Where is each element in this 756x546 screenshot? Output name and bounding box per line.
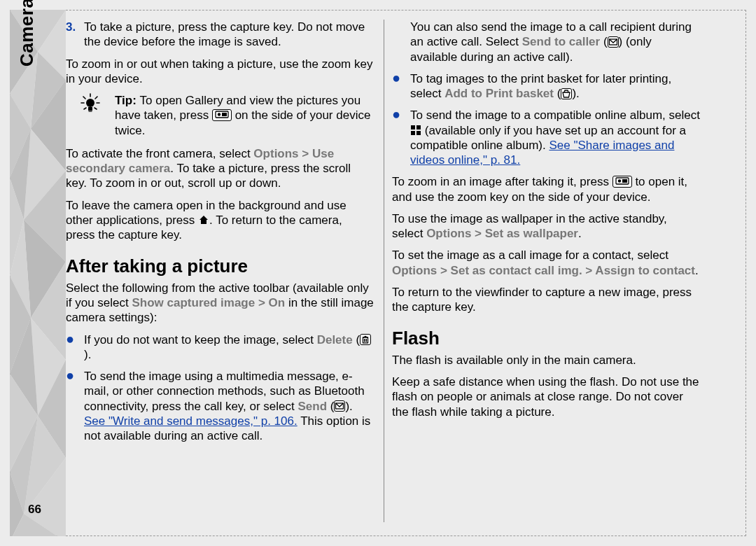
paragraph: To leave the camera open in the backgrou… bbox=[66, 198, 374, 243]
menu-path: On bbox=[269, 296, 286, 309]
gallery-key-icon bbox=[212, 109, 232, 121]
column-separator bbox=[384, 20, 384, 522]
tip-label: Tip: bbox=[115, 94, 140, 107]
send-icon bbox=[334, 400, 345, 412]
list-item: ● To tag images to the print basket for … bbox=[392, 71, 700, 102]
heading-flash: Flash bbox=[392, 327, 700, 350]
svg-rect-47 bbox=[411, 131, 415, 135]
text: . bbox=[578, 227, 582, 240]
svg-rect-48 bbox=[416, 131, 421, 135]
paragraph: To activate the front camera, select Opt… bbox=[66, 146, 374, 191]
bullet-icon: ● bbox=[66, 332, 84, 363]
text: ). bbox=[572, 87, 579, 100]
menu-path: Set as wallpaper bbox=[485, 227, 578, 240]
text: To send the image to a compatible online… bbox=[410, 108, 700, 122]
paragraph: To use the image as wallpaper in the act… bbox=[392, 211, 700, 241]
list-item: ● If you do not want to keep the image, … bbox=[66, 332, 374, 363]
tip-row: Tip: To open Gallery and view the pictur… bbox=[66, 93, 374, 138]
text: If you do not want to keep the image, se… bbox=[84, 333, 317, 346]
svg-rect-45 bbox=[411, 125, 415, 130]
text: ( bbox=[600, 35, 607, 48]
print-basket-icon bbox=[561, 88, 572, 99]
bullet-icon: ● bbox=[392, 71, 410, 102]
paragraph: To set the image as a call image for a c… bbox=[392, 248, 700, 278]
delete-icon bbox=[360, 334, 371, 345]
text: To zoom in an image after taking it, pre… bbox=[392, 175, 612, 188]
menu-sep: > bbox=[582, 264, 596, 277]
svg-point-50 bbox=[617, 180, 620, 183]
column-right: You can also send the image to a call re… bbox=[392, 20, 700, 426]
paragraph: Keep a safe distance when using the flas… bbox=[392, 374, 700, 419]
home-key-icon bbox=[198, 214, 209, 225]
paragraph: To zoom in an image after taking it, pre… bbox=[392, 174, 700, 204]
menu-path: Options bbox=[426, 227, 471, 240]
menu-sep: > bbox=[437, 264, 450, 277]
list-text: To send the image to a compatible online… bbox=[410, 108, 700, 167]
list-text: To send the image using a multimedia mes… bbox=[84, 369, 374, 443]
menu-sep: > bbox=[255, 296, 268, 309]
list-item: ● To send the image using a multimedia m… bbox=[66, 369, 374, 443]
tip-text: Tip: To open Gallery and view the pictur… bbox=[115, 93, 374, 138]
column-left: 3. To take a picture, press the capture … bbox=[66, 20, 374, 450]
text: ( bbox=[353, 333, 360, 346]
tip-icon bbox=[66, 93, 115, 138]
heading-after-taking-picture: After taking a picture bbox=[66, 255, 374, 278]
text: ( bbox=[554, 87, 561, 100]
paragraph: The flash is available only in the main … bbox=[392, 353, 700, 368]
list-text: To tag images to the print basket for la… bbox=[410, 71, 700, 102]
menu-path: Options bbox=[253, 147, 298, 160]
svg-line-26 bbox=[95, 97, 97, 99]
menu-path: Set as contact call img. bbox=[451, 264, 582, 277]
text: ). bbox=[345, 400, 352, 413]
list-item: ● To send the image to a compatible onli… bbox=[392, 108, 700, 167]
list-text: If you do not want to keep the image, se… bbox=[84, 332, 374, 363]
step-3: 3. To take a picture, press the capture … bbox=[66, 20, 374, 50]
page-number: 66 bbox=[28, 502, 41, 517]
bullet-icon: ● bbox=[66, 369, 84, 443]
section-label: Camera bbox=[15, 0, 38, 66]
svg-rect-51 bbox=[622, 179, 627, 183]
menu-path: Delete bbox=[317, 333, 353, 346]
text: To activate the front camera, select bbox=[66, 147, 253, 160]
menu-sep: > bbox=[471, 227, 484, 240]
text: ( bbox=[327, 400, 334, 413]
menu-path: Show captured image bbox=[132, 296, 255, 309]
text: . bbox=[695, 264, 699, 277]
svg-rect-36 bbox=[222, 113, 227, 116]
online-album-icon bbox=[410, 125, 421, 136]
bullet-icon: ● bbox=[392, 108, 410, 167]
send-icon bbox=[608, 36, 619, 48]
svg-point-35 bbox=[218, 113, 220, 116]
link-write-send[interactable]: See "Write and send messages," p. 106. bbox=[84, 414, 298, 428]
svg-point-31 bbox=[86, 99, 94, 107]
paragraph: You can also send the image to a call re… bbox=[410, 20, 700, 64]
background-decoration bbox=[10, 10, 66, 536]
svg-line-25 bbox=[83, 97, 85, 99]
svg-rect-33 bbox=[89, 111, 92, 112]
menu-path: Assign to contact bbox=[595, 264, 695, 277]
menu-path: Send bbox=[298, 400, 328, 413]
paragraph: To zoom in or out when taking a picture,… bbox=[66, 57, 374, 87]
paragraph: To return to the viewfinder to capture a… bbox=[392, 285, 700, 315]
step-number: 3. bbox=[66, 20, 84, 50]
gallery-key-icon bbox=[612, 176, 632, 188]
text: To set the image as a call image for a c… bbox=[392, 248, 668, 262]
svg-line-30 bbox=[94, 108, 97, 109]
text: ). bbox=[84, 348, 91, 361]
svg-rect-46 bbox=[416, 125, 421, 130]
paragraph: Select the following from the active too… bbox=[66, 281, 374, 326]
menu-path: Add to Print basket bbox=[444, 87, 554, 100]
step-text: To take a picture, press the capture key… bbox=[84, 20, 374, 50]
menu-path: Options bbox=[392, 264, 437, 277]
menu-sep: > bbox=[299, 147, 312, 160]
svg-rect-32 bbox=[88, 107, 92, 111]
menu-path: Send to caller bbox=[522, 35, 600, 48]
svg-line-29 bbox=[84, 108, 86, 109]
